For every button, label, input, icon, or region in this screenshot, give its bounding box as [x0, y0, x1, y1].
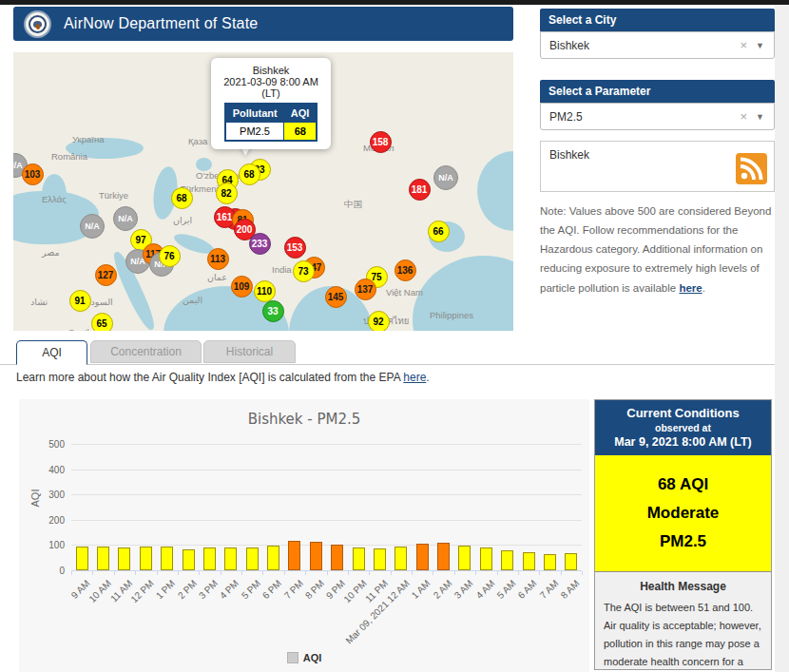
chart-y-tick-label: 500 — [36, 439, 65, 450]
aqi-marker[interactable]: 110 — [254, 280, 276, 302]
rss-icon[interactable] — [736, 153, 767, 184]
aqi-bar[interactable] — [565, 553, 577, 570]
aqi-bar[interactable] — [331, 545, 343, 570]
aqi-marker[interactable]: 76 — [159, 245, 181, 267]
aqi-bar[interactable] — [183, 549, 195, 570]
city-caret-down-icon[interactable]: ▼ — [756, 41, 774, 50]
chart-x-tick-label: 2 PM — [176, 578, 199, 601]
parameter-select[interactable]: PM2.5 × ▼ — [540, 103, 775, 130]
map-country-label: ايران — [173, 215, 192, 225]
aqi-bar[interactable] — [161, 547, 173, 570]
parameter-clear-icon[interactable]: × — [731, 109, 756, 124]
aqi-marker[interactable]: 66 — [428, 221, 450, 242]
chart-x-tick-label: 12 PM — [129, 578, 156, 605]
chart-x-tick-label: 8 PM — [303, 578, 326, 601]
cc-pollutant: PM2.5 — [595, 528, 771, 556]
tab-concentration[interactable]: Concentration — [90, 340, 202, 363]
aqi-marker[interactable]: 137 — [355, 278, 376, 300]
note-here-link[interactable]: here — [679, 282, 702, 294]
chart-gridline — [71, 494, 582, 495]
aqi-bar[interactable] — [394, 547, 407, 570]
cc-health-section: Health Message The AQI is between 51 and… — [595, 572, 771, 672]
aqi-bar[interactable] — [353, 547, 365, 570]
aqi-marker[interactable]: 68 — [239, 163, 260, 185]
aqi-marker[interactable]: 145 — [325, 286, 347, 308]
aqi-marker[interactable]: 113 — [207, 248, 229, 270]
chart-x-tick — [92, 571, 93, 575]
map-country-label: Türkiye — [99, 190, 128, 201]
aqi-bar[interactable] — [310, 542, 322, 570]
epa-link[interactable]: here — [403, 371, 426, 384]
aqi-marker[interactable]: 103 — [22, 163, 44, 185]
aqi-marker[interactable]: 68 — [171, 187, 193, 209]
tab-historical[interactable]: Historical — [203, 340, 296, 363]
aqi-bar[interactable] — [374, 548, 386, 570]
aqi-marker[interactable]: N/A — [433, 165, 458, 190]
aqi-marker[interactable]: 158 — [370, 131, 392, 153]
chart-legend[interactable]: AQI — [19, 652, 589, 663]
aqi-bar[interactable] — [458, 546, 471, 570]
aqi-bar[interactable] — [203, 547, 216, 570]
chart-x-tick — [71, 571, 72, 575]
legend-swatch-icon — [287, 652, 298, 663]
cc-category: Moderate — [595, 499, 771, 528]
cc-aqi-block: 68 AQI Moderate PM2.5 — [595, 455, 771, 572]
chart-x-tick-label: 10 AM — [87, 578, 114, 605]
aqi-bar[interactable] — [246, 547, 259, 570]
aqi-marker[interactable]: 127 — [95, 264, 117, 286]
aqi-bar[interactable] — [76, 547, 88, 570]
aqi-bar[interactable] — [97, 547, 109, 570]
aqi-marker[interactable]: N/A — [80, 214, 105, 239]
aqi-marker[interactable]: 153 — [284, 237, 306, 259]
chart-x-tick-label: 6 AM — [516, 578, 539, 601]
city-clear-icon[interactable]: × — [731, 38, 756, 52]
city-select[interactable]: Bishkek × ▼ — [540, 31, 775, 59]
tab-divider — [0, 364, 775, 365]
chart-gridline — [71, 520, 582, 521]
chart-x-tick — [305, 571, 306, 575]
app-header: AirNow Department of State — [13, 7, 513, 41]
aqi-bar[interactable] — [480, 547, 492, 570]
aqi-marker[interactable]: 136 — [394, 259, 416, 281]
aqi-marker[interactable]: N/A — [113, 206, 138, 231]
city-select-value: Bishkek — [541, 39, 731, 52]
parameter-caret-down-icon[interactable]: ▼ — [756, 112, 774, 122]
map[interactable]: УкраїнаҚазаRomâniaΕλλάςTürkiyeO'zbekisto… — [13, 52, 513, 331]
aqi-bar[interactable] — [501, 550, 513, 570]
chart-y-tick-label: 100 — [36, 540, 65, 550]
aqi-marker[interactable]: 233 — [249, 233, 271, 255]
learn-more-text: Learn more about how the Air Quality Ind… — [16, 371, 430, 384]
aqi-bar[interactable] — [437, 543, 450, 570]
chart-x-tick-label: 8 AM — [559, 578, 582, 601]
chart-title: Bishkek - PM2.5 — [19, 411, 589, 428]
aqi-marker[interactable]: 73 — [293, 260, 315, 282]
chart-x-tick — [157, 571, 158, 575]
chart-x-tick — [221, 571, 221, 575]
aqi-bar[interactable] — [288, 541, 300, 570]
chart-x-tick-label: 6 PM — [260, 578, 283, 601]
aqi-bar[interactable] — [523, 552, 535, 570]
aqi-marker[interactable]: 92 — [368, 311, 390, 332]
chart-x-tick-label: 3 PM — [197, 578, 220, 601]
aqi-bar[interactable] — [416, 544, 429, 570]
aqi-marker[interactable]: 109 — [231, 276, 253, 298]
aqi-bar[interactable] — [224, 547, 237, 570]
chart-x-tick-label: 1 PM — [154, 578, 177, 601]
chart-x-tick — [262, 571, 263, 575]
chart-x-tick — [369, 571, 370, 575]
aqi-marker[interactable]: 82 — [216, 182, 238, 204]
map-country-label: Україна — [72, 134, 105, 144]
map-country-label: اليمن — [183, 295, 202, 305]
aqi-bar[interactable] — [118, 547, 130, 570]
chart-x-tick — [284, 571, 285, 575]
aqi-marker[interactable]: 65 — [91, 313, 113, 332]
popup-pollutant-value: PM2.5 — [225, 123, 284, 142]
aqi-marker[interactable]: 181 — [409, 179, 431, 201]
aqi-marker[interactable]: 33 — [262, 300, 284, 322]
tab-aqi[interactable]: AQI — [16, 340, 87, 365]
state-department-seal-icon — [24, 10, 51, 38]
aqi-bar[interactable] — [267, 546, 279, 570]
aqi-bar[interactable] — [544, 554, 556, 570]
aqi-bar[interactable] — [140, 547, 152, 570]
aqi-marker[interactable]: 91 — [69, 290, 91, 312]
